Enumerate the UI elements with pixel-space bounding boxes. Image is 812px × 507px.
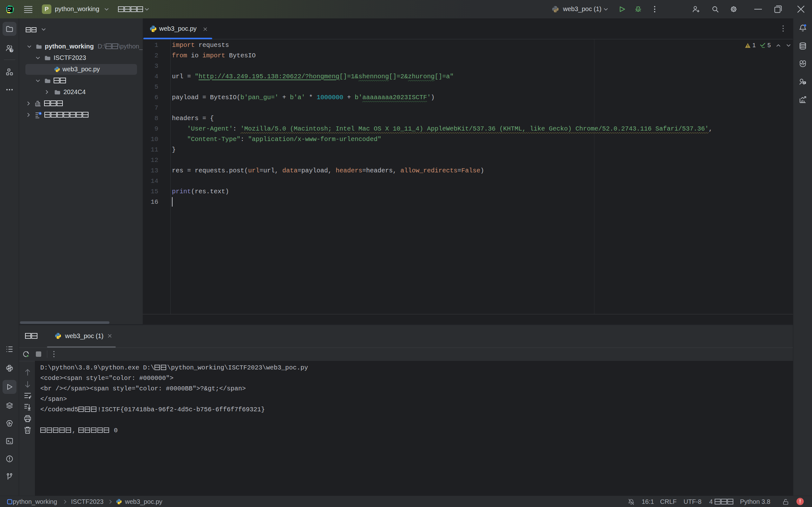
svg-text:?: ? [11,49,13,52]
svg-text:PC: PC [8,7,11,10]
